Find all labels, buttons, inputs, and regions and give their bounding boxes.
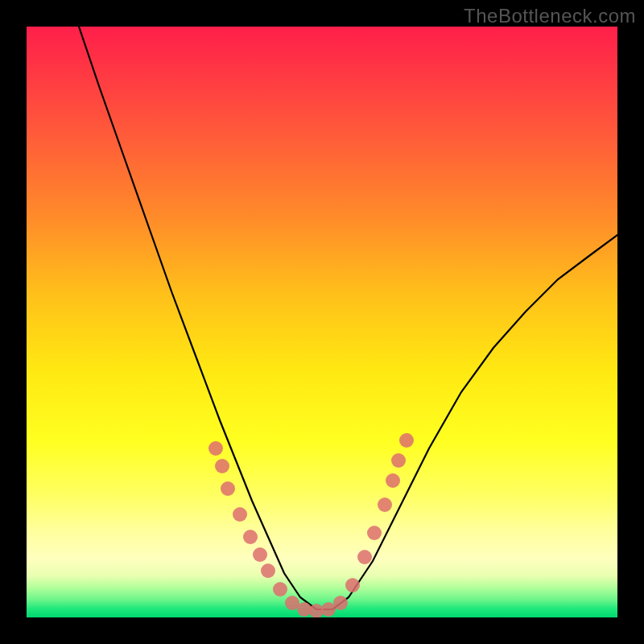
curve-marker <box>215 459 229 473</box>
curve-marker <box>243 530 258 544</box>
curve-marker <box>253 547 267 562</box>
curve-marker <box>367 526 382 540</box>
curve-marker <box>357 550 372 564</box>
curve-path <box>79 27 617 609</box>
curve-marker <box>391 453 406 468</box>
curve-marker <box>345 578 360 592</box>
curve-marker <box>386 473 400 488</box>
curve-marker <box>233 507 247 522</box>
curve-marker <box>273 582 287 597</box>
plot-area <box>27 27 617 617</box>
curve-svg <box>27 27 617 617</box>
curve-marker <box>333 596 348 610</box>
curve-marker <box>399 433 414 448</box>
curve-marker <box>221 481 235 496</box>
curve-marker <box>378 497 392 512</box>
marker-layer <box>208 433 414 617</box>
chart-frame: TheBottleneck.com <box>0 0 644 644</box>
curve-marker <box>208 441 223 456</box>
watermark-text: TheBottleneck.com <box>464 5 636 27</box>
curve-marker <box>261 564 275 578</box>
